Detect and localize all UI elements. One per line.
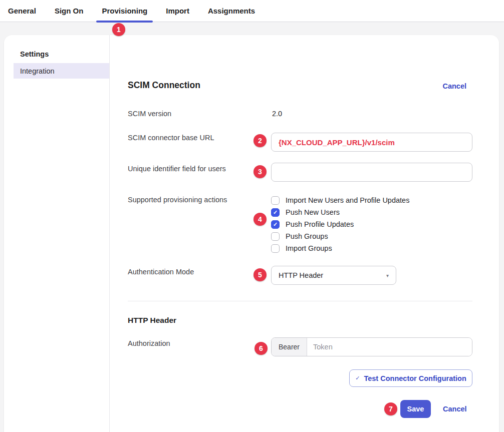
action-import-users[interactable]: ✓ Import New Users and Profile Updates: [271, 194, 409, 206]
caret-down-icon: ▾: [386, 273, 389, 278]
sidebar-item-integration[interactable]: Integration: [14, 63, 109, 79]
sidebar-divider: [109, 35, 110, 432]
step-badge-6: 6: [255, 342, 268, 355]
step-badge-3: 3: [254, 165, 267, 178]
section-divider: [128, 301, 472, 301]
step-badge-1: 1: [112, 23, 125, 36]
action-label: Push New Users: [286, 208, 340, 216]
checkbox-import-users[interactable]: ✓: [271, 196, 280, 205]
auth-mode-selected-value: HTTP Header: [279, 271, 323, 279]
action-label: Import Groups: [286, 244, 332, 252]
provisioning-card: Settings Integration SCIM Connection Can…: [4, 35, 499, 432]
base-url-label: SCIM connector base URL: [128, 134, 214, 142]
checkbox-push-new-users[interactable]: ✓: [271, 208, 280, 217]
provisioning-actions-list: ✓ Import New Users and Profile Updates ✓…: [271, 194, 409, 254]
token-input[interactable]: [307, 338, 472, 356]
action-push-new-users[interactable]: ✓ Push New Users: [271, 206, 409, 218]
step-badge-4: 4: [254, 213, 267, 226]
cancel-link-top[interactable]: Cancel: [442, 82, 466, 90]
http-header-heading: HTTP Header: [128, 316, 176, 325]
tab-general[interactable]: General: [8, 0, 36, 22]
sidebar-item-label: Integration: [20, 67, 55, 75]
base-url-input[interactable]: [271, 133, 472, 152]
tab-assignments[interactable]: Assignments: [208, 0, 255, 22]
checkbox-push-groups[interactable]: ✓: [271, 232, 280, 241]
tab-sign-on[interactable]: Sign On: [55, 0, 84, 22]
scim-version-label: SCIM version: [128, 110, 171, 118]
authorization-input-group: Bearer: [271, 337, 472, 356]
cancel-link-bottom[interactable]: Cancel: [443, 405, 467, 413]
provisioning-actions-label: Supported provisioning actions: [128, 196, 227, 204]
step-badge-7: 7: [384, 402, 397, 415]
check-icon: ✓: [273, 210, 278, 215]
tab-import[interactable]: Import: [166, 0, 189, 22]
action-import-groups[interactable]: ✓ Import Groups: [271, 242, 409, 254]
scim-version-value: 2.0: [272, 110, 282, 118]
test-connector-button[interactable]: ✓ Test Connector Configuration: [349, 369, 472, 387]
action-push-profile-updates[interactable]: ✓ Push Profile Updates: [271, 218, 409, 230]
unique-id-label: Unique identifier field for users: [128, 165, 226, 173]
save-button[interactable]: Save: [400, 400, 431, 418]
page-title: SCIM Connection: [128, 80, 200, 91]
checkbox-import-groups[interactable]: ✓: [271, 244, 280, 253]
bearer-prefix: Bearer: [272, 338, 307, 356]
checkbox-push-profile-updates[interactable]: ✓: [271, 220, 280, 229]
auth-mode-select[interactable]: HTTP Header ▾: [271, 266, 396, 285]
authorization-label: Authorization: [128, 339, 170, 347]
check-icon: ✓: [355, 375, 360, 381]
app-tab-bar: General Sign On Provisioning Import Assi…: [0, 0, 504, 22]
step-badge-5: 5: [254, 268, 267, 281]
action-label: Import New Users and Profile Updates: [286, 196, 409, 204]
check-icon: ✓: [273, 222, 278, 227]
action-label: Push Groups: [286, 232, 328, 240]
tab-provisioning[interactable]: Provisioning: [102, 0, 147, 22]
step-badge-2: 2: [254, 134, 267, 147]
auth-mode-label: Authentication Mode: [128, 268, 194, 276]
sidebar-heading: Settings: [20, 50, 49, 58]
action-push-groups[interactable]: ✓ Push Groups: [271, 230, 409, 242]
action-label: Push Profile Updates: [286, 220, 354, 228]
unique-id-input[interactable]: [271, 163, 472, 182]
test-connector-label: Test Connector Configuration: [364, 374, 466, 382]
